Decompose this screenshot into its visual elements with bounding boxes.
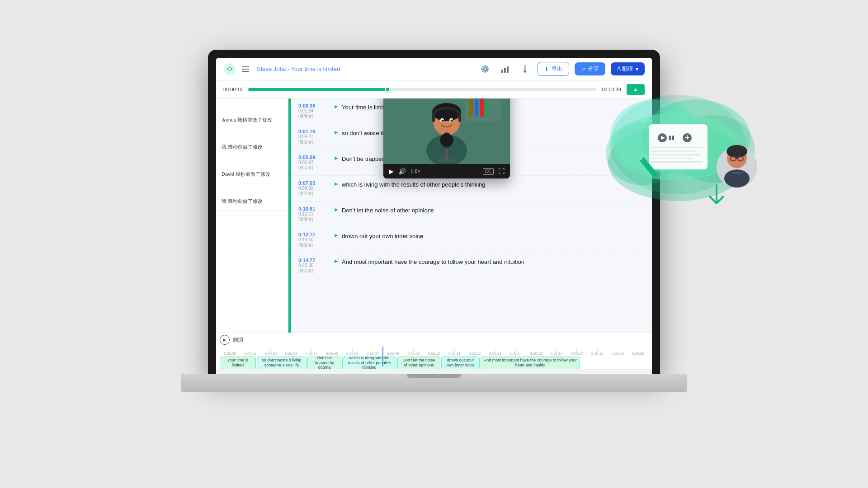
speaker-name-me1: 我 幾秒前做了修改	[222, 144, 263, 150]
speaker-label-4: (發音者)	[298, 191, 335, 197]
ruler-tick: 0:00:06	[342, 349, 363, 356]
ruler-tick: 0:00:16	[546, 349, 566, 356]
svg-point-21	[442, 120, 444, 122]
speaker-label-6: (發音者)	[298, 242, 335, 248]
speaker-label-1: (發音者)	[298, 113, 335, 119]
export-button[interactable]: ⬆ 導出	[538, 62, 569, 76]
track-segment-4[interactable]: which is living with the results of othe…	[342, 357, 396, 369]
ruler-tick: 0:00:05	[322, 349, 342, 356]
laptop-screen-border: Steve Jobs - Your time is limited ⚙️ 🌡️ …	[208, 50, 660, 375]
ruler-tick: 0:00:08	[383, 349, 403, 356]
svg-rect-42	[651, 150, 696, 152]
play-button[interactable]: ▶	[389, 168, 394, 175]
app-container: Steve Jobs - Your time is limited ⚙️ 🌡️ …	[216, 58, 652, 369]
analytics-button[interactable]	[498, 62, 512, 76]
timeline-play-button[interactable]: ▶	[220, 335, 230, 345]
time-end-1: 0:01.64	[298, 108, 335, 113]
speaker-name-me2: 我 幾秒前做了修改	[222, 198, 263, 205]
chevron-down-icon: ▾	[636, 66, 638, 72]
track-segment-3[interactable]: Don't be trapped by dogma	[307, 357, 341, 369]
ruler-tick: 0:00:09	[403, 349, 424, 356]
track-segment-2[interactable]: so don't waste it living someone else's …	[257, 357, 307, 369]
time-info-7: 0:14.77 0:25.36 (發音者)	[298, 258, 335, 274]
arrow-5: ▶	[335, 207, 338, 212]
time-start-5: 0:10.61	[298, 206, 335, 211]
svg-rect-16	[432, 113, 435, 122]
cloud-svg	[597, 72, 769, 244]
ruler-tick: 0:00:03	[281, 349, 301, 356]
ruler-tick: 0:00:00	[220, 349, 240, 356]
cc-label: CC	[483, 168, 494, 175]
video-player: ▶ 🔊 1.0× CC ⛶	[383, 99, 510, 178]
track-segment-5[interactable]: Don't let the noise of other opinions	[397, 357, 440, 369]
export-icon: ⬆	[544, 66, 549, 72]
ruler-tick: 0:00:18	[587, 349, 608, 356]
video-scene-svg	[383, 99, 510, 164]
time-end-7: 0:25.36	[298, 263, 335, 268]
svg-rect-2	[242, 66, 249, 67]
time-end-3: 0:06.97	[298, 160, 335, 165]
svg-rect-5	[501, 70, 503, 73]
logo-area	[223, 63, 251, 75]
track-segment-1[interactable]: Your time is limited	[220, 357, 256, 369]
svg-rect-44	[651, 158, 692, 159]
laptop-base	[181, 374, 687, 392]
speaker-label-7: (發音者)	[298, 268, 335, 274]
ruler-tick: 0:00:02	[260, 349, 281, 356]
ruler-tick: 0:00:07	[363, 349, 383, 356]
time-info-6: 0:12.77 0:14.60 (發音者)	[298, 232, 335, 248]
time-end-6: 0:14.60	[298, 237, 335, 242]
speaker-item-me1: 我 幾秒前做了修改	[216, 138, 288, 156]
bar-chart-icon	[501, 65, 509, 73]
ruler-tick: 0:00:17	[566, 349, 587, 356]
track-label-2: so don't waste it living someone else's …	[260, 358, 303, 368]
bottom-timeline: ▶ 關閉 0:00:00 0:00:01 0:00:02 0:00:03 0:0…	[216, 333, 652, 369]
svg-rect-6	[504, 68, 506, 73]
track-label-1: Your time is limited	[223, 358, 253, 368]
svg-rect-3	[242, 69, 249, 70]
temperature-button[interactable]: 🌡️	[518, 62, 532, 76]
menu-icon-button[interactable]	[240, 63, 251, 75]
share-label: 分享	[588, 65, 599, 73]
svg-rect-17	[458, 113, 461, 122]
svg-rect-36	[669, 136, 671, 140]
speaker-label-5: (發音者)	[298, 216, 335, 222]
project-title: Steve Jobs - Your time is limited	[257, 66, 340, 72]
hamburger-icon	[242, 66, 249, 73]
arrow-4: ▶	[335, 181, 338, 186]
track-segment-6[interactable]: drown out your own inner voice	[441, 357, 480, 369]
export-label: 導出	[552, 65, 562, 73]
speed-label: 1.0×	[410, 169, 420, 174]
speaker-sidebar: James 幾秒前做了修改 我 幾秒前做了修改 David	[216, 99, 288, 333]
ruler-tick: 0:00:10	[424, 349, 444, 356]
time-start-1: 0:00.38	[298, 103, 335, 108]
progress-thumb[interactable]	[385, 87, 390, 92]
svg-rect-13	[486, 101, 488, 117]
svg-rect-40	[687, 135, 688, 140]
time-start-4: 0:07.03	[298, 180, 335, 186]
arrow-7: ▶	[335, 258, 338, 263]
transcript-text-7[interactable]: And most important have the courage to f…	[342, 258, 645, 267]
track-segment-7[interactable]: And most important have the courage to f…	[481, 357, 580, 369]
svg-rect-37	[672, 136, 674, 140]
speaker-label-2: (發音者)	[298, 139, 335, 145]
settings-button[interactable]: ⚙️	[478, 62, 492, 76]
share-icon: ↗	[581, 66, 585, 72]
time-start-3: 0:05.09	[298, 155, 335, 160]
fullscreen-button[interactable]: ⛶	[498, 168, 505, 175]
volume-button[interactable]: 🔊	[398, 168, 406, 175]
track-label-5: Don't let the noise of other opinions	[401, 358, 437, 368]
speaker-item-james: James 幾秒前做了修改	[216, 111, 288, 129]
ruler-tick: 0:00:12	[465, 349, 485, 356]
ruler-tick: 0:00:01	[240, 349, 260, 356]
ruler-tick: 0:00:11	[444, 349, 465, 356]
timeline-controls: ▶ 關閉	[220, 335, 648, 345]
svg-rect-24	[440, 134, 453, 146]
speaker-item-me2: 我 幾秒前做了修改	[216, 192, 288, 211]
top-bar: Steve Jobs - Your time is limited ⚙️ 🌡️ …	[216, 58, 652, 80]
timeline-tracks: Your time is limited so don't waste it l…	[220, 357, 648, 369]
timeline-ruler: 0:00:00 0:00:01 0:00:02 0:00:03 0:00:04 …	[220, 347, 648, 356]
progress-track[interactable]	[248, 88, 596, 91]
laptop-shell: Steve Jobs - Your time is limited ⚙️ 🌡️ …	[181, 50, 687, 438]
time-end-5: 0:12.71	[298, 211, 335, 216]
